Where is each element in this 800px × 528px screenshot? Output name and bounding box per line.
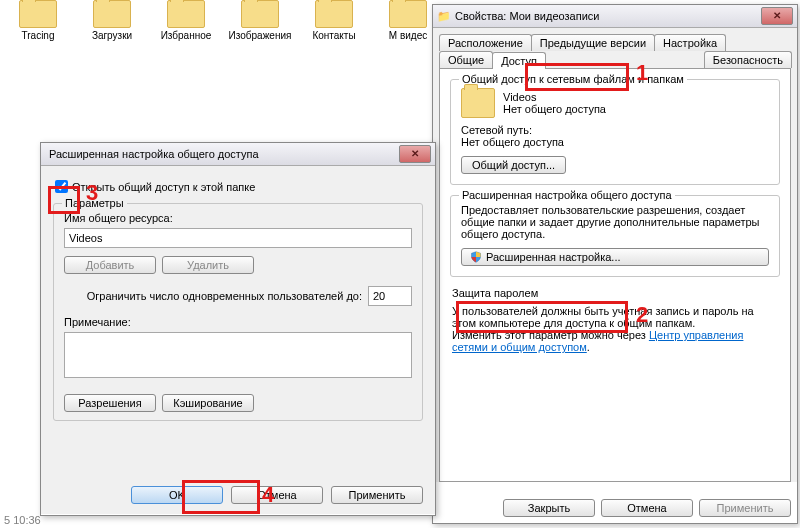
tab-strip: Расположение Предыдущие версии Настройка… [439,34,791,68]
note-label: Примечание: [64,316,412,328]
tab-security[interactable]: Безопасность [704,51,792,68]
frame-label: Параметры [62,197,127,209]
group-label: Общий доступ к сетевым файлам и папкам [459,73,687,85]
ok-button[interactable]: OK [131,486,223,504]
close-icon[interactable]: ✕ [761,7,793,25]
desktop-item[interactable]: Контакты [300,0,368,42]
dialog-buttons: OK Отмена Применить [131,486,423,504]
permissions-button[interactable]: Разрешения [64,394,156,412]
share-status: Нет общего доступа [503,103,606,115]
folder-icon [241,0,279,28]
apply-button[interactable]: Применить [699,499,791,517]
share-name-label: Имя общего ресурса: [64,212,412,224]
password-protection-group: Защита паролем У пользователей должны бы… [450,287,780,353]
caching-button[interactable]: Кэширование [162,394,254,412]
share-folder-name: Videos [503,91,606,103]
apply-button[interactable]: Применить [331,486,423,504]
user-limit-stepper[interactable] [368,286,412,306]
limit-label: Ограничить число одновременных пользоват… [64,290,362,302]
add-button[interactable]: Добавить [64,256,156,274]
share-button[interactable]: Общий доступ... [461,156,566,174]
remove-button[interactable]: Удалить [162,256,254,274]
folder-icon [315,0,353,28]
desktop-item[interactable]: Загрузки [78,0,146,42]
password-line2: Изменить этот параметр можно через Центр… [452,329,778,353]
window-icon: 📁 [437,10,451,23]
close-icon[interactable]: ✕ [399,145,431,163]
folder-icon [167,0,205,28]
tab-customize[interactable]: Настройка [654,34,726,51]
tab-previous-versions[interactable]: Предыдущие версии [531,34,655,51]
close-button[interactable]: Закрыть [503,499,595,517]
group-label: Защита паролем [452,287,778,299]
advanced-sharing-group: Расширенная настройка общего доступа Пре… [450,195,780,277]
advanced-sharing-dialog: Расширенная настройка общего доступа ✕ О… [40,142,436,516]
desktop-item[interactable]: Избранное [152,0,220,42]
parameters-frame: Параметры Имя общего ресурса: Добавить У… [53,203,423,421]
folder-icon [461,88,495,118]
tab-location[interactable]: Расположение [439,34,532,51]
share-this-folder-checkbox[interactable] [55,180,68,193]
advanced-sharing-button[interactable]: Расширенная настройка... [461,248,769,266]
desktop-item[interactable]: Tracing [4,0,72,42]
properties-window: 📁 Свойства: Мои видеозаписи ✕ Расположен… [432,4,798,524]
network-path-label: Сетевой путь: [461,124,769,136]
titlebar[interactable]: 📁 Свойства: Мои видеозаписи ✕ [433,5,797,28]
group-label: Расширенная настройка общего доступа [459,189,675,201]
cancel-button[interactable]: Отмена [231,486,323,504]
dialog-buttons: Закрыть Отмена Применить [503,499,791,517]
tab-general[interactable]: Общие [439,51,493,68]
advanced-desc: Предоставляет пользовательские разрешени… [461,204,769,240]
folder-icon [93,0,131,28]
share-name-input[interactable] [64,228,412,248]
folder-icon [389,0,427,28]
window-title: Расширенная настройка общего доступа [45,148,396,160]
window-title: Свойства: Мои видеозаписи [451,10,758,22]
folder-icon [19,0,57,28]
password-line1: У пользователей должны быть учетная запи… [452,305,778,329]
network-path-value: Нет общего доступа [461,136,769,148]
cancel-button[interactable]: Отмена [601,499,693,517]
titlebar[interactable]: Расширенная настройка общего доступа ✕ [41,143,435,166]
tab-sheet: Общий доступ к сетевым файлам и папкам V… [439,68,791,482]
share-this-folder-row[interactable]: Открыть общий доступ к этой папке [55,180,423,193]
desktop-item[interactable]: Изображения [226,0,294,42]
tab-sharing[interactable]: Доступ [492,52,546,69]
share-this-folder-label: Открыть общий доступ к этой папке [72,181,255,193]
note-textarea[interactable] [64,332,412,378]
shield-icon [470,251,482,263]
taskbar-time: 5 10:36 [4,514,41,526]
advanced-sharing-label: Расширенная настройка... [486,251,621,263]
network-sharing-group: Общий доступ к сетевым файлам и папкам V… [450,79,780,185]
